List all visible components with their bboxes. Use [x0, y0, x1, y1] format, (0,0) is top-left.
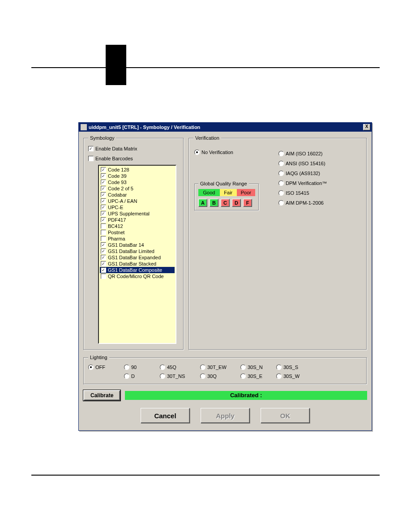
checkbox-icon: ✓ — [101, 186, 106, 191]
radio-icon — [278, 180, 284, 186]
checkbox-icon: ✓ — [101, 167, 106, 172]
lighting-radio[interactable]: 30Q — [200, 373, 240, 380]
verification-radio-label: ANSI (ISO 15416) — [286, 160, 325, 167]
lighting-radio-label: 30S_S — [283, 364, 298, 370]
verification-radio[interactable]: ISO 15415 — [278, 188, 364, 198]
verification-radio[interactable]: AIM (ISO 16022) — [278, 149, 364, 159]
grade-button[interactable]: F — [243, 199, 252, 207]
barcode-item-label: UPC-A / EAN — [108, 198, 137, 204]
checkbox-icon — [101, 230, 106, 235]
barcode-item[interactable]: ✓UPC-E — [100, 204, 175, 210]
verification-radio-label: No Verification — [201, 149, 233, 155]
quality-good: Good — [198, 189, 220, 196]
lighting-radio[interactable]: 30S_S — [276, 364, 312, 371]
lighting-radio[interactable]: OFF — [88, 364, 124, 371]
grade-button[interactable]: D — [232, 199, 241, 207]
checkbox-icon: ✓ — [101, 198, 106, 204]
barcode-item-label: Codabar — [108, 192, 127, 198]
radio-icon — [160, 373, 165, 379]
lighting-radio[interactable]: 30S_N — [240, 364, 276, 371]
checkbox-icon — [101, 223, 106, 229]
barcode-item[interactable]: ✓GS1 DataBar 14 — [100, 242, 175, 248]
checkbox-icon: ✓ — [101, 255, 106, 260]
grade-button[interactable]: C — [221, 199, 230, 207]
barcode-item[interactable]: Postnet — [100, 229, 175, 236]
barcode-item-label: UPS Supplemental — [108, 210, 150, 217]
enable-barcodes-checkbox[interactable]: Enable Barcodes — [88, 155, 179, 162]
cancel-button[interactable]: Cancel — [141, 408, 190, 423]
radio-icon — [194, 150, 200, 155]
lighting-radio[interactable]: 45Q — [160, 364, 200, 371]
verification-left-column: No Verification — [194, 149, 261, 156]
lighting-radio[interactable]: 30S_E — [240, 373, 276, 380]
checkbox-icon: ✓ — [101, 205, 106, 210]
checkbox-icon — [88, 156, 94, 161]
barcode-item[interactable]: Pharma — [100, 236, 175, 242]
lighting-options: OFF9045Q30T_EW30S_N30S_SD30T_NS30Q30S_E3… — [88, 364, 362, 380]
lighting-radio-label: 30S_N — [248, 364, 263, 370]
barcode-item[interactable]: ✓UPS Supplemental — [100, 210, 175, 217]
apply-button[interactable]: Apply — [201, 408, 250, 423]
checkbox-icon — [101, 236, 106, 241]
barcode-item[interactable]: ✓GS1 DataBar Limited — [100, 248, 175, 254]
barcode-item-label: PDF417 — [108, 217, 126, 223]
verification-radio[interactable]: IAQG (AS9132) — [278, 168, 364, 178]
enable-datamatrix-checkbox[interactable]: ✓ Enable Data Matrix — [88, 145, 179, 152]
lighting-radio[interactable]: 30S_W — [276, 373, 312, 380]
barcode-item-label: Code 2 of 5 — [108, 185, 133, 192]
quality-poor: Poor — [237, 189, 255, 196]
barcode-item[interactable]: ✓UPC-A / EAN — [100, 198, 175, 204]
verification-radio[interactable]: ANSI (ISO 15416) — [278, 159, 364, 168]
lighting-radio[interactable]: D — [124, 373, 160, 380]
lighting-radio-label: 30T_NS — [167, 373, 185, 379]
verification-radio-label: IAQG (AS9132) — [286, 170, 320, 176]
barcode-item[interactable]: ✓Code 39 — [100, 173, 175, 179]
radio-icon — [200, 373, 206, 379]
barcode-item[interactable]: ✓Code 2 of 5 — [100, 185, 175, 192]
lighting-radio[interactable]: 30T_EW — [200, 364, 240, 371]
radio-icon — [200, 365, 206, 370]
barcode-item[interactable]: ✓GS1 DataBar Stacked — [100, 261, 175, 267]
barcode-item[interactable]: ✓Code 93 — [100, 179, 175, 185]
lighting-radio[interactable]: 30T_NS — [160, 373, 200, 380]
barcode-item[interactable]: QR Code/Micro QR Code — [100, 273, 175, 279]
barcode-item-label: GS1 DataBar 14 — [108, 242, 144, 248]
barcode-item[interactable]: ✓GS1 DataBar Expanded — [100, 254, 175, 261]
lighting-radio[interactable]: 90 — [124, 364, 160, 371]
barcode-item-label: GS1 DataBar Limited — [108, 248, 154, 254]
grade-button[interactable]: A — [198, 199, 207, 207]
barcode-item[interactable]: ✓Code 128 — [100, 167, 175, 173]
barcode-listbox[interactable]: ✓Code 128✓Code 39✓Code 93✓Code 2 of 5✓Co… — [98, 165, 176, 344]
barcode-item[interactable]: BC412 — [100, 223, 175, 229]
verification-radio-label: AIM DPM-1-2006 — [286, 200, 324, 206]
barcode-item[interactable]: ✓PDF417 — [100, 217, 175, 223]
barcode-item[interactable]: ✓GS1 DataBar Composite — [100, 267, 175, 273]
grade-button[interactable]: B — [210, 199, 218, 207]
radio-icon — [276, 365, 282, 370]
barcode-item-label: GS1 DataBar Composite — [108, 267, 162, 273]
verification-right-column: AIM (ISO 16022)ANSI (ISO 15416)IAQG (AS9… — [278, 149, 364, 208]
symbology-group: Symbology ✓ Enable Data Matrix Enable Ba… — [83, 135, 184, 350]
ok-button[interactable]: OK — [261, 408, 310, 423]
barcode-item-label: UPC-E — [108, 204, 123, 210]
checkbox-icon: ✓ — [101, 267, 106, 273]
verification-radio-label: AIM (ISO 16022) — [286, 150, 323, 157]
lighting-radio-label: OFF — [95, 364, 105, 370]
lighting-legend: Lighting — [88, 355, 109, 360]
checkbox-icon: ✓ — [101, 242, 106, 248]
dialog-window: uiddpm_unit5 [CTRL] - Symbology / Verifi… — [78, 122, 372, 431]
checkbox-icon — [101, 274, 106, 279]
checkbox-icon: ✓ — [101, 192, 106, 197]
verification-radio[interactable]: No Verification — [194, 149, 261, 156]
app-icon — [81, 124, 87, 130]
global-quality-legend: Global Quality Range — [198, 181, 249, 186]
top-divider — [31, 67, 380, 68]
close-button[interactable]: X — [363, 124, 370, 130]
verification-radio[interactable]: DPM Verification™ — [278, 178, 364, 188]
radio-icon — [124, 373, 129, 379]
calibrate-button[interactable]: Calibrate — [83, 390, 120, 401]
barcode-item[interactable]: ✓Codabar — [100, 192, 175, 198]
radio-icon — [278, 151, 284, 156]
radio-icon — [160, 365, 165, 370]
verification-radio[interactable]: AIM DPM-1-2006 — [278, 198, 364, 208]
